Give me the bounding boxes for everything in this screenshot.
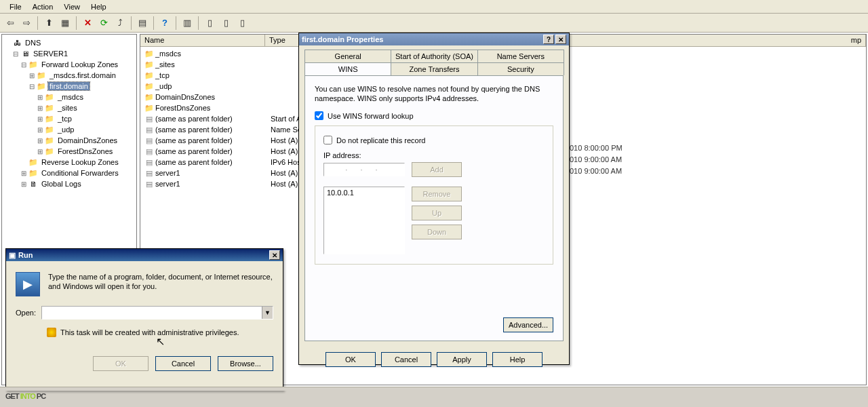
wins-group: Do not replicate this record IP address:… (315, 125, 553, 265)
tree-fwd[interactable]: ⊟📁Forward Lookup Zones (3, 59, 135, 70)
menu-action[interactable]: Action (27, 1, 59, 12)
filter-icon[interactable]: ▥ (180, 16, 195, 31)
menu-view[interactable]: View (58, 1, 85, 12)
tabs-row1: General Start of Authority (SOA) Name Se… (299, 45, 569, 62)
tree-cond[interactable]: ⊞📁Conditional Forwarders (3, 168, 135, 178)
back-icon[interactable]: ⇦ (3, 16, 18, 31)
tree-server[interactable]: ⊟🖥SERVER1 (3, 48, 135, 59)
run-browse-button[interactable]: Browse... (218, 356, 273, 371)
advanced-button[interactable]: Advanced... (503, 317, 553, 332)
tab-content: You can use WINS to resolve names not fo… (304, 75, 564, 341)
close-button[interactable]: ✕ (555, 35, 566, 44)
chk-no-replicate-box[interactable] (323, 136, 332, 144)
tree-sub[interactable]: ⊞📁_tcp (3, 113, 135, 124)
remove-button: Remove (412, 187, 462, 201)
delete-icon[interactable]: ✕ (80, 16, 95, 31)
tree-zone-msdcs[interactable]: ⊞📁_msdcs.first.domain (3, 70, 135, 81)
col-name[interactable]: Name (140, 35, 265, 46)
open-label: Open: (16, 309, 36, 317)
tab-general[interactable]: General (304, 50, 391, 62)
watermark-logo: GET INTO PC (5, 385, 45, 403)
ok-button[interactable]: OK (326, 352, 376, 367)
refresh-icon[interactable]: ⟳ (96, 16, 111, 31)
dropdown-icon[interactable]: ▼ (262, 307, 273, 319)
cancel-button[interactable]: Cancel (381, 352, 431, 367)
help-button[interactable]: ? (543, 35, 554, 44)
run-title: Run (18, 251, 33, 259)
tree-rev[interactable]: 📁Reverse Lookup Zones (3, 157, 135, 168)
tab-ns[interactable]: Name Servers (477, 50, 564, 62)
dialog-title: first.domain Properties (302, 35, 383, 43)
shield-icon (47, 328, 56, 337)
tab-security[interactable]: Security (477, 62, 564, 75)
ip-label: IP address: (323, 151, 545, 159)
tile-icon[interactable]: ▯ (235, 16, 250, 31)
tree-sub[interactable]: ⊞📁_msdcs (3, 92, 135, 102)
apply-button[interactable]: Apply (437, 352, 487, 367)
ip-input[interactable]: · · · (323, 163, 405, 176)
dialog-titlebar[interactable]: first.domain Properties ? ✕ (299, 33, 569, 45)
list-icon[interactable]: ▯ (202, 16, 217, 31)
forward-icon[interactable]: ⇨ (19, 16, 34, 31)
detail-icon[interactable]: ▯ (218, 16, 233, 31)
status-strip (0, 387, 868, 391)
admin-note: This task will be created with administr… (60, 328, 239, 336)
down-button: Down (412, 225, 462, 239)
help-button[interactable]: Help (492, 352, 542, 367)
run-dialog: ▣ Run ✕ ▶ Type the name of a program, fo… (5, 248, 283, 391)
tree-sub[interactable]: ⊞📁_sites (3, 102, 135, 113)
tree-logs[interactable]: ⊞🗎Global Logs (3, 178, 135, 189)
up-button: Up (412, 206, 462, 220)
wins-description: You can use WINS to resolve names not fo… (315, 84, 553, 103)
dialog-buttons: OK Cancel Apply Help (299, 347, 569, 372)
tab-soa[interactable]: Start of Authority (SOA) (391, 50, 477, 62)
help-icon[interactable]: ? (157, 16, 172, 31)
run-description: Type the name of a program, folder, docu… (48, 272, 273, 296)
toolbar: ⇦ ⇨ ⬆ ▦ ✕ ⟳ ⤴ ▤ ? ▥ ▯ ▯ ▯ (0, 14, 868, 33)
peek-timestamps: 010 8:00:00 PM 010 9:00:00 AM 010 9:00:0… (570, 142, 623, 177)
tree-sub[interactable]: ⊞📁DomainDnsZones (3, 135, 135, 146)
tree-sub[interactable]: ⊞📁ForestDnsZones (3, 146, 135, 157)
tree-zone-first[interactable]: ⊟📁first.domain (3, 81, 135, 92)
menu-bar: File Action View Help (0, 0, 868, 14)
chk-no-replicate[interactable]: Do not replicate this record (323, 136, 545, 144)
export-icon[interactable]: ⤴ (113, 16, 127, 31)
menu-help[interactable]: Help (85, 1, 112, 12)
up-icon[interactable]: ⬆ (41, 16, 56, 31)
show-hide-icon[interactable]: ▦ (58, 16, 73, 31)
menu-file[interactable]: File (4, 1, 27, 12)
tab-wins[interactable]: WINS (304, 62, 391, 75)
run-cancel-button[interactable]: Cancel (155, 356, 211, 371)
chk-no-replicate-label: Do not replicate this record (336, 136, 425, 144)
chk-use-wins[interactable]: Use WINS forward lookup (315, 111, 553, 120)
run-titlebar[interactable]: ▣ Run ✕ (6, 249, 283, 261)
run-ok-button: OK (93, 356, 149, 371)
run-body: ▶ Type the name of a program, folder, do… (6, 261, 283, 382)
run-icon: ▶ (16, 272, 40, 296)
chk-use-wins-label: Use WINS forward lookup (328, 112, 414, 120)
run-close-button[interactable]: ✕ (269, 250, 280, 260)
chk-use-wins-box[interactable] (315, 111, 323, 120)
add-button: Add (412, 162, 462, 177)
open-combobox[interactable]: ▼ (41, 306, 273, 319)
properties-dialog: first.domain Properties ? ✕ General Star… (298, 33, 570, 365)
tabs-row2: WINS Zone Transfers Security (299, 62, 569, 75)
properties-icon[interactable]: ▤ (135, 16, 150, 31)
tree-sub[interactable]: ⊞📁_udp (3, 124, 135, 135)
ip-list[interactable]: 10.0.0.1 (323, 187, 405, 254)
tab-zone-transfers[interactable]: Zone Transfers (391, 62, 477, 75)
tree-root[interactable]: 🖧DNS (3, 37, 135, 48)
